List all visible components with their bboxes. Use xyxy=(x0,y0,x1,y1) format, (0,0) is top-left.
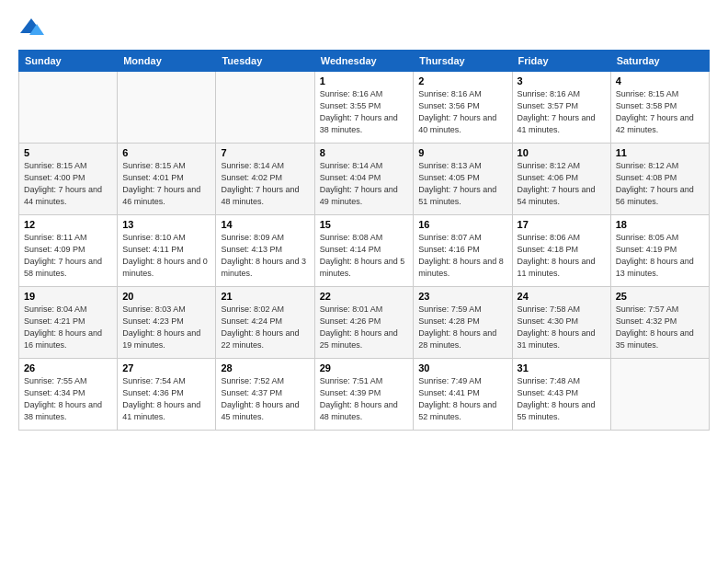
day-number: 11 xyxy=(616,147,704,158)
day-number: 8 xyxy=(320,147,409,158)
day-info: Sunrise: 8:11 AM Sunset: 4:09 PM Dayligh… xyxy=(24,232,112,280)
day-number: 27 xyxy=(122,362,210,373)
day-info: Sunrise: 8:05 AM Sunset: 4:19 PM Dayligh… xyxy=(616,232,704,280)
calendar-cell xyxy=(216,72,314,144)
logo xyxy=(18,15,48,40)
calendar-cell: 19Sunrise: 8:04 AM Sunset: 4:21 PM Dayli… xyxy=(19,287,118,359)
logo-icon xyxy=(18,15,44,40)
calendar-cell: 6Sunrise: 8:15 AM Sunset: 4:01 PM Daylig… xyxy=(118,144,216,215)
weekday-header-tuesday: Tuesday xyxy=(216,51,314,72)
calendar-cell: 29Sunrise: 7:51 AM Sunset: 4:39 PM Dayli… xyxy=(314,359,414,431)
day-info: Sunrise: 8:15 AM Sunset: 4:00 PM Dayligh… xyxy=(24,160,112,208)
day-info: Sunrise: 7:57 AM Sunset: 4:32 PM Dayligh… xyxy=(616,304,704,351)
calendar-week-1: 5Sunrise: 8:15 AM Sunset: 4:00 PM Daylig… xyxy=(19,144,710,215)
calendar-cell: 27Sunrise: 7:54 AM Sunset: 4:36 PM Dayli… xyxy=(118,359,216,431)
day-number: 1 xyxy=(320,75,409,86)
calendar-cell: 3Sunrise: 8:16 AM Sunset: 3:57 PM Daylig… xyxy=(512,72,610,144)
calendar-cell: 8Sunrise: 8:14 AM Sunset: 4:04 PM Daylig… xyxy=(314,144,414,215)
day-number: 17 xyxy=(518,219,606,230)
day-info: Sunrise: 7:54 AM Sunset: 4:36 PM Dayligh… xyxy=(122,375,210,423)
day-number: 5 xyxy=(24,147,112,158)
calendar-cell: 25Sunrise: 7:57 AM Sunset: 4:32 PM Dayli… xyxy=(610,287,709,359)
day-number: 12 xyxy=(24,219,112,230)
weekday-header-monday: Monday xyxy=(118,51,216,72)
weekday-header-saturday: Saturday xyxy=(610,51,709,72)
weekday-header-sunday: Sunday xyxy=(19,51,118,72)
day-info: Sunrise: 8:04 AM Sunset: 4:21 PM Dayligh… xyxy=(24,304,112,351)
calendar-cell: 9Sunrise: 8:13 AM Sunset: 4:05 PM Daylig… xyxy=(414,144,512,215)
calendar-week-0: 1Sunrise: 8:16 AM Sunset: 3:55 PM Daylig… xyxy=(19,72,710,144)
day-info: Sunrise: 7:49 AM Sunset: 4:41 PM Dayligh… xyxy=(418,375,506,423)
day-number: 31 xyxy=(518,362,606,373)
calendar-cell xyxy=(610,359,709,431)
calendar-cell: 15Sunrise: 8:08 AM Sunset: 4:14 PM Dayli… xyxy=(314,215,414,287)
day-info: Sunrise: 8:03 AM Sunset: 4:23 PM Dayligh… xyxy=(122,304,210,351)
calendar-cell: 7Sunrise: 8:14 AM Sunset: 4:02 PM Daylig… xyxy=(216,144,314,215)
calendar-cell xyxy=(118,72,216,144)
day-info: Sunrise: 8:14 AM Sunset: 4:04 PM Dayligh… xyxy=(320,160,409,208)
weekday-header-thursday: Thursday xyxy=(414,51,512,72)
calendar-week-4: 26Sunrise: 7:55 AM Sunset: 4:34 PM Dayli… xyxy=(19,359,710,431)
day-info: Sunrise: 8:01 AM Sunset: 4:26 PM Dayligh… xyxy=(320,304,409,351)
day-number: 25 xyxy=(616,291,704,302)
day-number: 14 xyxy=(221,219,309,230)
day-info: Sunrise: 7:52 AM Sunset: 4:37 PM Dayligh… xyxy=(221,375,309,423)
day-info: Sunrise: 8:15 AM Sunset: 3:58 PM Dayligh… xyxy=(616,88,704,136)
day-number: 16 xyxy=(418,219,506,230)
day-number: 30 xyxy=(418,362,506,373)
day-number: 6 xyxy=(122,147,210,158)
day-number: 18 xyxy=(616,219,704,230)
day-info: Sunrise: 8:08 AM Sunset: 4:14 PM Dayligh… xyxy=(320,232,409,280)
day-info: Sunrise: 8:15 AM Sunset: 4:01 PM Dayligh… xyxy=(122,160,210,208)
page: SundayMondayTuesdayWednesdayThursdayFrid… xyxy=(0,0,728,563)
calendar-cell: 13Sunrise: 8:10 AM Sunset: 4:11 PM Dayli… xyxy=(118,215,216,287)
day-info: Sunrise: 7:59 AM Sunset: 4:28 PM Dayligh… xyxy=(418,304,506,351)
calendar-cell: 14Sunrise: 8:09 AM Sunset: 4:13 PM Dayli… xyxy=(216,215,314,287)
day-number: 28 xyxy=(221,362,309,373)
day-info: Sunrise: 8:06 AM Sunset: 4:18 PM Dayligh… xyxy=(518,232,606,280)
day-info: Sunrise: 8:12 AM Sunset: 4:06 PM Dayligh… xyxy=(518,160,606,208)
day-number: 26 xyxy=(24,362,112,373)
calendar-cell: 10Sunrise: 8:12 AM Sunset: 4:06 PM Dayli… xyxy=(512,144,610,215)
day-number: 22 xyxy=(320,291,409,302)
day-info: Sunrise: 8:13 AM Sunset: 4:05 PM Dayligh… xyxy=(418,160,506,208)
day-number: 4 xyxy=(616,75,704,86)
day-number: 29 xyxy=(320,362,409,373)
day-info: Sunrise: 7:58 AM Sunset: 4:30 PM Dayligh… xyxy=(518,304,606,351)
weekday-header-wednesday: Wednesday xyxy=(314,51,414,72)
calendar-table: SundayMondayTuesdayWednesdayThursdayFrid… xyxy=(18,50,710,431)
day-info: Sunrise: 8:10 AM Sunset: 4:11 PM Dayligh… xyxy=(122,232,210,280)
calendar-cell: 18Sunrise: 8:05 AM Sunset: 4:19 PM Dayli… xyxy=(610,215,709,287)
calendar-cell: 31Sunrise: 7:48 AM Sunset: 4:43 PM Dayli… xyxy=(512,359,610,431)
day-number: 10 xyxy=(518,147,606,158)
header xyxy=(18,15,710,40)
calendar-cell: 26Sunrise: 7:55 AM Sunset: 4:34 PM Dayli… xyxy=(19,359,118,431)
day-info: Sunrise: 8:16 AM Sunset: 3:57 PM Dayligh… xyxy=(518,88,606,136)
calendar-cell xyxy=(19,72,118,144)
calendar-cell: 2Sunrise: 8:16 AM Sunset: 3:56 PM Daylig… xyxy=(414,72,512,144)
day-info: Sunrise: 8:02 AM Sunset: 4:24 PM Dayligh… xyxy=(221,304,309,351)
day-number: 23 xyxy=(418,291,506,302)
day-number: 7 xyxy=(221,147,309,158)
calendar-cell: 17Sunrise: 8:06 AM Sunset: 4:18 PM Dayli… xyxy=(512,215,610,287)
calendar-cell: 30Sunrise: 7:49 AM Sunset: 4:41 PM Dayli… xyxy=(414,359,512,431)
calendar-cell: 28Sunrise: 7:52 AM Sunset: 4:37 PM Dayli… xyxy=(216,359,314,431)
day-number: 2 xyxy=(418,75,506,86)
calendar-cell: 24Sunrise: 7:58 AM Sunset: 4:30 PM Dayli… xyxy=(512,287,610,359)
day-number: 3 xyxy=(518,75,606,86)
calendar-cell: 1Sunrise: 8:16 AM Sunset: 3:55 PM Daylig… xyxy=(314,72,414,144)
day-number: 24 xyxy=(518,291,606,302)
calendar-week-2: 12Sunrise: 8:11 AM Sunset: 4:09 PM Dayli… xyxy=(19,215,710,287)
day-info: Sunrise: 7:48 AM Sunset: 4:43 PM Dayligh… xyxy=(518,375,606,423)
day-info: Sunrise: 8:12 AM Sunset: 4:08 PM Dayligh… xyxy=(616,160,704,208)
calendar-cell: 22Sunrise: 8:01 AM Sunset: 4:26 PM Dayli… xyxy=(314,287,414,359)
day-info: Sunrise: 8:16 AM Sunset: 3:55 PM Dayligh… xyxy=(320,88,409,136)
calendar-cell: 21Sunrise: 8:02 AM Sunset: 4:24 PM Dayli… xyxy=(216,287,314,359)
calendar-cell: 4Sunrise: 8:15 AM Sunset: 3:58 PM Daylig… xyxy=(610,72,709,144)
day-info: Sunrise: 8:07 AM Sunset: 4:16 PM Dayligh… xyxy=(418,232,506,280)
day-info: Sunrise: 8:14 AM Sunset: 4:02 PM Dayligh… xyxy=(221,160,309,208)
calendar-cell: 20Sunrise: 8:03 AM Sunset: 4:23 PM Dayli… xyxy=(118,287,216,359)
day-number: 9 xyxy=(418,147,506,158)
day-number: 13 xyxy=(122,219,210,230)
day-info: Sunrise: 7:55 AM Sunset: 4:34 PM Dayligh… xyxy=(24,375,112,423)
